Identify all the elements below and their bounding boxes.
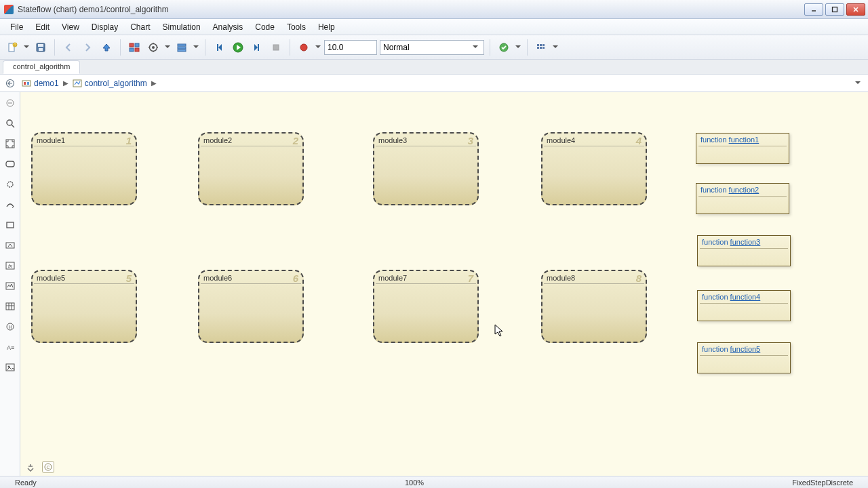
module-module8[interactable]: module88 — [541, 270, 647, 343]
run-button[interactable] — [230, 39, 246, 56]
new-dropdown[interactable] — [23, 43, 30, 51]
copyright-button[interactable]: C — [42, 461, 54, 473]
svg-rect-36 — [27, 82, 29, 85]
separator — [527, 39, 528, 56]
graphical-function-tool[interactable]: fx — [3, 259, 17, 272]
breadcrumb-dropdown[interactable] — [852, 77, 864, 89]
zoom-button[interactable] — [3, 117, 17, 130]
canvas[interactable]: C module11module22module33module44module… — [20, 92, 868, 476]
annotation-tool[interactable]: A≡ — [3, 340, 17, 354]
menu-help[interactable]: Help — [312, 21, 341, 33]
matlab-function-tool[interactable] — [3, 279, 17, 293]
update-diagram-button[interactable] — [496, 39, 512, 56]
forward-button[interactable] — [79, 39, 96, 56]
step-forward-button[interactable] — [249, 39, 265, 56]
toolbar: + Normal — [0, 35, 868, 60]
function-block-function1[interactable]: function function1 — [696, 133, 789, 164]
up-button[interactable] — [98, 39, 115, 56]
module-index: 5 — [126, 272, 132, 284]
menu-view[interactable]: View — [56, 21, 85, 33]
module-module5[interactable]: module55 — [31, 270, 137, 343]
breadcrumb-root[interactable]: demo1 — [20, 79, 60, 88]
save-button[interactable] — [33, 39, 49, 56]
svg-rect-29 — [542, 44, 545, 46]
record-dropdown[interactable] — [315, 43, 321, 51]
box-tool[interactable] — [3, 218, 17, 232]
svg-rect-42 — [6, 140, 14, 148]
module-index: 1 — [126, 135, 132, 146]
function-block-function3[interactable]: function function3 — [697, 235, 791, 266]
build-dropdown[interactable] — [552, 43, 559, 51]
menu-tools[interactable]: Tools — [281, 21, 312, 33]
junction-tool[interactable] — [3, 178, 17, 191]
menu-code[interactable]: Code — [249, 21, 281, 33]
nav-history-button[interactable] — [4, 77, 16, 89]
breadcrumb-chart[interactable]: control_algorithm — [71, 79, 149, 88]
config-dropdown[interactable] — [164, 43, 171, 51]
build-button[interactable] — [533, 39, 549, 56]
fit-to-view-button[interactable] — [3, 137, 17, 150]
image-tool[interactable] — [3, 361, 17, 374]
svg-rect-8 — [38, 44, 43, 47]
expand-button[interactable] — [24, 461, 37, 473]
menu-edit[interactable]: Edit — [29, 21, 56, 33]
status-solver[interactable]: FixedStepDiscrete — [783, 479, 863, 487]
menu-file[interactable]: File — [4, 21, 29, 33]
stop-time-input[interactable] — [324, 40, 377, 55]
module-module2[interactable]: module22 — [198, 132, 304, 205]
update-dropdown[interactable] — [515, 43, 521, 51]
menu-analysis[interactable]: Analysis — [207, 21, 250, 33]
module-label: module2 — [203, 136, 232, 144]
history-junction-tool[interactable]: H — [3, 320, 17, 333]
module-module7[interactable]: module77 — [373, 270, 479, 343]
simulation-mode-select[interactable]: Normal — [380, 40, 484, 55]
function-block-function4[interactable]: function function4 — [697, 290, 791, 321]
menu-simulation[interactable]: Simulation — [157, 21, 207, 33]
function-name: function2 — [729, 186, 760, 194]
separator — [54, 39, 55, 56]
svg-rect-34 — [22, 81, 31, 86]
separator — [490, 39, 490, 56]
menu-chart[interactable]: Chart — [124, 21, 156, 33]
module-module6[interactable]: module66 — [198, 270, 304, 343]
breadcrumb-root-label: demo1 — [34, 79, 59, 88]
module-module1[interactable]: module11 — [31, 132, 137, 205]
function-block-function2[interactable]: function function2 — [696, 183, 789, 214]
explorer-dropdown[interactable] — [193, 43, 199, 51]
step-back-button[interactable] — [211, 39, 227, 56]
hide-palette-button[interactable] — [3, 96, 17, 110]
truth-table-tool[interactable] — [3, 300, 17, 313]
library-browser-button[interactable] — [126, 39, 142, 56]
module-module3[interactable]: module33 — [373, 132, 479, 205]
simulink-function-tool[interactable] — [3, 239, 17, 252]
svg-text:A≡: A≡ — [7, 344, 14, 351]
module-index: 3 — [468, 135, 473, 146]
tab-control-algorithm[interactable]: control_algorithm — [3, 60, 80, 74]
module-index: 7 — [468, 272, 473, 284]
model-configuration-button[interactable] — [145, 39, 161, 56]
minimize-button[interactable] — [804, 3, 823, 16]
svg-text:+: + — [14, 43, 16, 47]
new-button[interactable]: + — [4, 39, 20, 56]
default-transition-tool[interactable] — [3, 198, 17, 211]
menu-display[interactable]: Display — [85, 21, 124, 33]
model-explorer-button[interactable] — [174, 39, 190, 56]
module-module4[interactable]: module44 — [541, 132, 647, 205]
close-button[interactable] — [846, 3, 865, 16]
back-button[interactable] — [60, 39, 77, 56]
canvas-footer: C — [20, 458, 868, 476]
maximize-button[interactable] — [825, 3, 844, 16]
svg-rect-20 — [178, 44, 186, 46]
stop-button[interactable] — [268, 39, 284, 56]
statusbar: Ready 100% FixedStepDiscrete — [0, 476, 868, 488]
module-label: module8 — [547, 274, 575, 282]
svg-rect-37 — [73, 80, 81, 87]
record-button[interactable] — [296, 39, 312, 56]
function-block-function5[interactable]: function function5 — [697, 342, 791, 373]
status-zoom[interactable]: 100% — [395, 479, 433, 487]
svg-rect-11 — [135, 43, 139, 47]
state-tool[interactable] — [3, 157, 17, 171]
window-title: Stateflow (chart) demo1/control_algorith… — [18, 5, 169, 14]
app-icon — [4, 5, 14, 14]
model-icon — [22, 79, 31, 88]
